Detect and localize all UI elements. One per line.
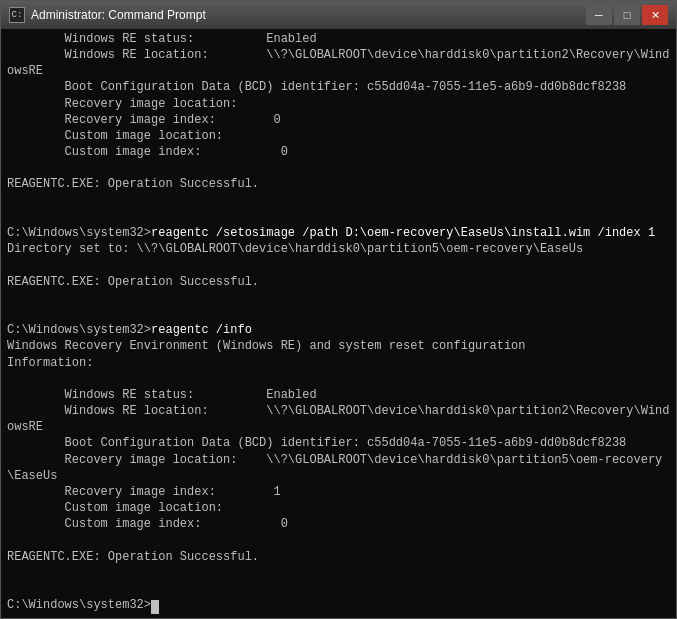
console-area: C:\Windows\system32>reagentc /info Windo… [1, 29, 676, 618]
title-bar: C: Administrator: Command Prompt ─ □ ✕ [1, 1, 676, 29]
window-icon: C: [9, 7, 25, 23]
title-bar-left: C: Administrator: Command Prompt [9, 7, 206, 23]
minimize-button[interactable]: ─ [586, 5, 612, 25]
window-controls: ─ □ ✕ [586, 5, 668, 25]
command-prompt-window: C: Administrator: Command Prompt ─ □ ✕ C… [0, 0, 677, 619]
console-output[interactable]: C:\Windows\system32>reagentc /info Windo… [1, 29, 676, 618]
window-title: Administrator: Command Prompt [31, 8, 206, 22]
maximize-button[interactable]: □ [614, 5, 640, 25]
close-button[interactable]: ✕ [642, 5, 668, 25]
